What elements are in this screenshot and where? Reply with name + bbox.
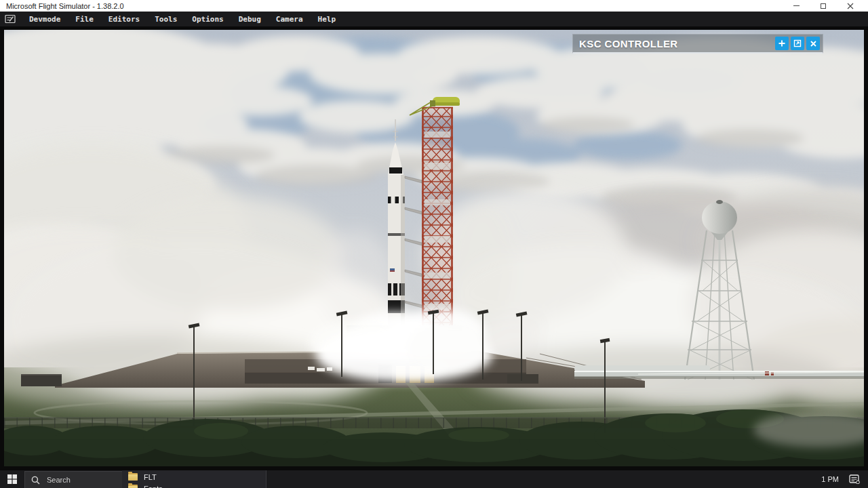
detach-button[interactable] bbox=[791, 37, 804, 50]
menu-file[interactable]: File bbox=[68, 12, 101, 26]
folder-item-label: Fonts bbox=[144, 485, 163, 488]
folder-item-label: FLT bbox=[144, 473, 157, 481]
add-button[interactable] bbox=[775, 37, 789, 50]
folder-item-fonts[interactable]: Fonts bbox=[122, 483, 266, 488]
window-titlebar[interactable]: Microsoft Flight Simulator - 1.38.2.0 bbox=[0, 0, 868, 12]
start-button[interactable] bbox=[0, 470, 24, 488]
simulator-viewport[interactable]: KSC CONTROLLER bbox=[0, 26, 868, 470]
ksc-panel-buttons bbox=[775, 37, 823, 50]
menu-help[interactable]: Help bbox=[311, 12, 344, 26]
close-icon bbox=[847, 3, 854, 9]
menu-debug[interactable]: Debug bbox=[231, 12, 269, 26]
folder-icon bbox=[128, 473, 138, 481]
menu-tools[interactable]: Tools bbox=[147, 12, 184, 26]
maximize-button[interactable] bbox=[810, 0, 837, 12]
menu-options[interactable]: Options bbox=[184, 12, 231, 26]
close-icon bbox=[810, 40, 817, 47]
scene-wrap bbox=[4, 30, 864, 466]
menu-devmode[interactable]: Devmode bbox=[22, 12, 68, 26]
minimize-icon bbox=[793, 5, 800, 6]
folder-item-flt[interactable]: FLT bbox=[122, 471, 266, 483]
plus-icon bbox=[778, 39, 786, 47]
maximize-icon bbox=[821, 3, 826, 9]
search-icon bbox=[31, 476, 40, 485]
minimize-button[interactable] bbox=[783, 0, 810, 12]
popout-icon bbox=[793, 39, 802, 47]
window-controls bbox=[783, 0, 864, 12]
explorer-folder-popup: FLT Fonts bbox=[122, 470, 267, 488]
close-panel-button[interactable] bbox=[806, 37, 820, 50]
ksc-launchpad-scene bbox=[4, 30, 864, 466]
ksc-panel-title: KSC CONTROLLER bbox=[573, 38, 678, 49]
support-building bbox=[21, 374, 62, 386]
system-tray: 1 PM bbox=[821, 470, 868, 488]
devmode-menubar: Devmode File Editors Tools Options Debug… bbox=[0, 12, 868, 26]
devmode-icon bbox=[5, 14, 16, 24]
menu-editors[interactable]: Editors bbox=[101, 12, 147, 26]
taskbar-search[interactable] bbox=[24, 471, 123, 488]
window-title: Microsoft Flight Simulator - 1.38.2.0 bbox=[0, 2, 124, 10]
search-input[interactable] bbox=[45, 475, 116, 485]
menu-camera[interactable]: Camera bbox=[269, 12, 311, 26]
taskbar-clock[interactable]: 1 PM bbox=[821, 475, 839, 483]
action-center-icon[interactable] bbox=[849, 474, 860, 484]
folder-icon bbox=[128, 485, 138, 488]
ksc-controller-panel[interactable]: KSC CONTROLLER bbox=[572, 34, 823, 54]
support-building bbox=[507, 374, 538, 384]
windows-start-icon bbox=[7, 474, 17, 484]
close-button[interactable] bbox=[837, 0, 864, 12]
